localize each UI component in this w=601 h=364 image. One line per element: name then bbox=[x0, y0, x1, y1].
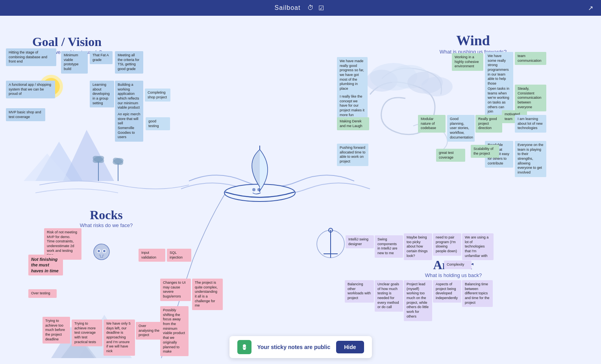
svg-point-13 bbox=[224, 184, 295, 201]
rocks-note-11[interactable]: We have only 5 days left, our deadline i… bbox=[104, 320, 135, 356]
notification-icon bbox=[237, 340, 251, 354]
anchor-note-1[interactable]: IntelliJ swing designer bbox=[346, 235, 374, 248]
notification-bar: Your sticky notes are public Hide bbox=[229, 336, 372, 358]
svg-point-15 bbox=[252, 188, 255, 191]
goal-note-7[interactable]: Building a working application which ref… bbox=[115, 81, 143, 112]
hide-button[interactable]: Hide bbox=[336, 341, 364, 353]
anchor-note-8[interactable]: Unclear goals of how much testing is nee… bbox=[375, 280, 403, 312]
rocks-note-8[interactable]: Possibly shifting the focus away from th… bbox=[160, 306, 189, 356]
svg-point-24 bbox=[94, 244, 109, 260]
anchor-note-9[interactable]: Project lead (myself) working too much o… bbox=[404, 280, 432, 321]
svg-point-29 bbox=[370, 63, 417, 91]
rocks-note-2[interactable]: Not finishing the must haves in time bbox=[28, 255, 63, 275]
anchor-note-11[interactable]: Balancing time between different topics … bbox=[462, 280, 493, 307]
wind-section-title: Wind What is pushing us forwards? bbox=[424, 32, 522, 55]
rocks-note-9[interactable]: Trying to achieve too much before the pr… bbox=[43, 317, 70, 344]
svg-point-5 bbox=[92, 154, 105, 164]
wind-note-4[interactable]: We have made really good progress so far… bbox=[337, 57, 368, 93]
goal-note-4[interactable]: Meeting all the criteria for TSL getting… bbox=[115, 51, 143, 74]
rocks-note-7[interactable]: The project is quite complex, understand… bbox=[192, 279, 223, 310]
wind-note-3[interactable]: team communication bbox=[515, 52, 546, 65]
svg-point-33 bbox=[421, 77, 453, 96]
svg-point-32 bbox=[407, 72, 443, 94]
svg-point-34 bbox=[242, 344, 246, 347]
main-canvas: Goal / Vision What are we working toward… bbox=[0, 16, 601, 364]
wind-note-10[interactable]: Good planning, user stories, workflow, d… bbox=[447, 115, 475, 142]
check-icon[interactable]: ☑ bbox=[318, 4, 324, 12]
svg-marker-1 bbox=[63, 130, 114, 181]
goal-note-2[interactable]: Minimum viable prototype build bbox=[61, 51, 88, 74]
svg-point-31 bbox=[390, 65, 429, 89]
svg-point-4 bbox=[92, 154, 105, 164]
wind-note-7[interactable]: Steady, Consistent communication between… bbox=[515, 85, 546, 111]
app-title: Sailboat bbox=[275, 4, 301, 11]
svg-point-7 bbox=[112, 157, 124, 166]
wind-note-9[interactable]: Modular nature of codebase bbox=[418, 115, 446, 133]
wind-note-13[interactable]: I am learning about lot of new technolog… bbox=[515, 115, 546, 133]
goal-note-6[interactable]: Learning about developing in a group set… bbox=[90, 81, 114, 107]
rocks-note-12[interactable]: Over analysing the project bbox=[136, 322, 163, 340]
goal-note-3[interactable]: That Fat A grade bbox=[90, 51, 113, 64]
rocks-section-title: Rocks What risks do we face? bbox=[67, 208, 146, 228]
svg-marker-0 bbox=[35, 142, 83, 181]
anchor-note-7[interactable]: Balancing other workloads with project bbox=[345, 280, 374, 303]
svg-point-16 bbox=[257, 188, 261, 191]
goal-note-5[interactable]: A functional app / shopping system that … bbox=[6, 81, 55, 98]
anchor-note-10[interactable]: Aspects of project being developed indep… bbox=[433, 280, 461, 303]
svg-point-20 bbox=[329, 228, 333, 232]
svg-point-26 bbox=[102, 249, 106, 253]
top-navigation: Sailboat ⏱ ☑ ↗ bbox=[0, 0, 601, 16]
wind-note-17[interactable]: Everyone on the team is playing to their… bbox=[515, 141, 546, 177]
svg-point-28 bbox=[103, 250, 105, 252]
wind-note-14[interactable]: Pushing forward allocated time to able t… bbox=[337, 144, 368, 166]
anchor-note-5[interactable]: We are using a lot of technologies that … bbox=[462, 233, 494, 260]
wind-note-8[interactable]: Making Derek and me Laugh bbox=[337, 117, 369, 130]
rocks-note-5[interactable]: Over testing bbox=[28, 289, 57, 298]
rocks-note-6[interactable]: Changes to UI may cause severe bugs/erro… bbox=[160, 279, 191, 301]
notification-text: Your sticky notes are public bbox=[257, 344, 330, 350]
rocks-note-10[interactable]: Trying to achieve more test coverage wit… bbox=[72, 320, 102, 346]
goal-note-1[interactable]: Hitting the stage of combining database … bbox=[6, 48, 56, 66]
wind-note-16[interactable]: Scalability of the project bbox=[471, 145, 499, 158]
wind-note-11[interactable]: Really good project direction bbox=[475, 115, 502, 133]
svg-point-8 bbox=[112, 156, 124, 166]
goal-note-10[interactable]: An epic merch store that will sell Somer… bbox=[115, 110, 143, 142]
rocks-note-4[interactable]: SQL injection bbox=[167, 249, 191, 262]
svg-point-25 bbox=[97, 249, 101, 253]
svg-point-37 bbox=[245, 347, 246, 349]
wind-note-18[interactable]: great test coverage bbox=[436, 149, 465, 162]
rocks-note-3[interactable]: Input validation bbox=[139, 249, 165, 262]
svg-point-27 bbox=[98, 250, 100, 252]
goal-note-11[interactable]: good testing bbox=[146, 117, 170, 130]
svg-marker-2 bbox=[24, 153, 71, 181]
share-icon[interactable]: ↗ bbox=[588, 4, 593, 12]
anchor-note-3[interactable]: Maybe being too picky about how certain … bbox=[404, 233, 432, 260]
svg-point-17 bbox=[317, 230, 344, 258]
goal-note-9[interactable]: MVP basic shop and test coverage bbox=[6, 108, 45, 121]
goal-note-8[interactable]: Completing shop project bbox=[145, 89, 170, 102]
anchor-note-2[interactable]: Swing components in IntelliJ are new to … bbox=[375, 235, 403, 258]
anchor-note-4[interactable]: need to pair program (I'm slowing people… bbox=[433, 233, 461, 256]
svg-point-30 bbox=[366, 70, 398, 92]
wind-note-5[interactable]: I really like the concept we have for ou… bbox=[337, 92, 368, 119]
anchor-note-6[interactable]: Complexity bbox=[444, 261, 472, 269]
timer-icon[interactable]: ⏱ bbox=[307, 4, 314, 11]
wind-note-1[interactable]: Working in a highly cohesive environment bbox=[452, 53, 483, 71]
svg-point-36 bbox=[242, 347, 244, 349]
